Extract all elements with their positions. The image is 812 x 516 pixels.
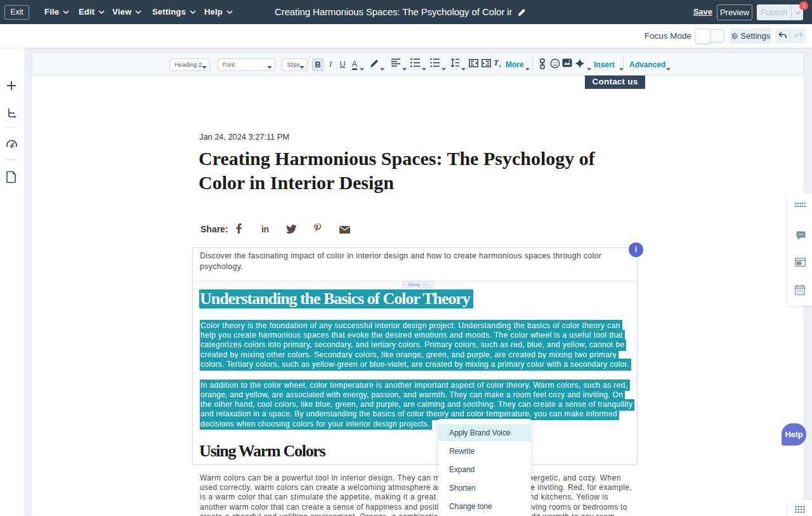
svg-text:x: x: [499, 63, 501, 68]
